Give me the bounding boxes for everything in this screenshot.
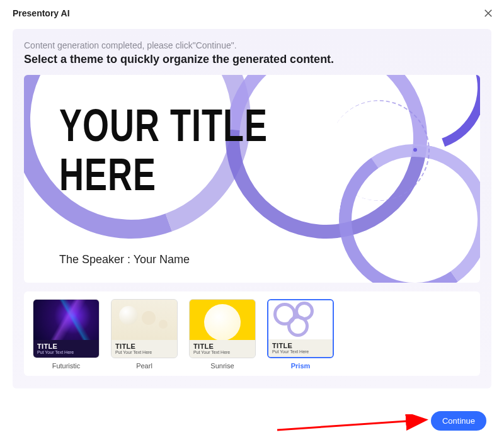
status-text: Content generation completed, please cli… [24, 40, 480, 50]
thumb-subtitle: Put Your Text Here [272, 349, 329, 354]
close-icon [484, 9, 493, 18]
theme-label: Prism [291, 362, 311, 370]
thumb-subtitle: Put Your Text Here [193, 350, 251, 354]
thumb-caption: TITLEPut Your Text Here [33, 340, 99, 358]
main-panel: Content generation completed, please cli… [13, 29, 491, 388]
continue-button[interactable]: Continue [431, 411, 486, 431]
thumb-title: TITLE [193, 342, 251, 350]
thumb-caption: TITLEPut Your Text Here [112, 340, 177, 358]
theme-art [33, 300, 99, 340]
annotation-arrow [276, 414, 433, 433]
theme-list: TITLEPut Your Text HereFuturisticTITLEPu… [24, 291, 480, 376]
theme-thumbnail: TITLEPut Your Text Here [111, 299, 178, 358]
theme-art [190, 300, 255, 340]
thumb-subtitle: Put Your Text Here [115, 350, 173, 354]
theme-option-prism[interactable]: TITLEPut Your Text HerePrism [267, 299, 334, 370]
thumb-caption: TITLEPut Your Text Here [190, 340, 255, 358]
thumb-caption: TITLEPut Your Text Here [268, 339, 333, 357]
theme-option-pearl[interactable]: TITLEPut Your Text HerePearl [111, 299, 178, 370]
thumb-title: TITLE [115, 342, 173, 350]
app-title: Presentory AI [13, 8, 70, 18]
theme-label: Pearl [136, 362, 152, 370]
thumb-subtitle: Put Your Text Here [37, 350, 95, 354]
preview-title: YOUR TITLE HERE [59, 100, 268, 199]
theme-art [112, 300, 177, 340]
theme-option-futuristic[interactable]: TITLEPut Your Text HereFuturistic [33, 299, 100, 370]
thumb-title: TITLE [37, 342, 95, 350]
theme-thumbnail: TITLEPut Your Text Here [189, 299, 256, 358]
theme-preview: YOUR TITLE HERE The Speaker : Your Name [24, 75, 480, 283]
close-button[interactable] [481, 6, 495, 20]
footer: Continue [431, 411, 486, 431]
decorative-dot [413, 148, 417, 152]
titlebar: Presentory AI [0, 0, 504, 25]
theme-art [268, 300, 333, 339]
theme-option-sunrise[interactable]: TITLEPut Your Text HereSunrise [189, 299, 256, 370]
theme-thumbnail: TITLEPut Your Text Here [33, 299, 100, 358]
thumb-title: TITLE [272, 342, 329, 349]
theme-thumbnail: TITLEPut Your Text Here [267, 299, 334, 358]
preview-speaker: The Speaker : Your Name [59, 253, 190, 266]
svg-line-0 [277, 420, 425, 430]
theme-label: Sunrise [210, 362, 234, 370]
theme-label: Futuristic [52, 362, 81, 370]
instruction-text: Select a theme to quickly organize the g… [24, 53, 480, 66]
